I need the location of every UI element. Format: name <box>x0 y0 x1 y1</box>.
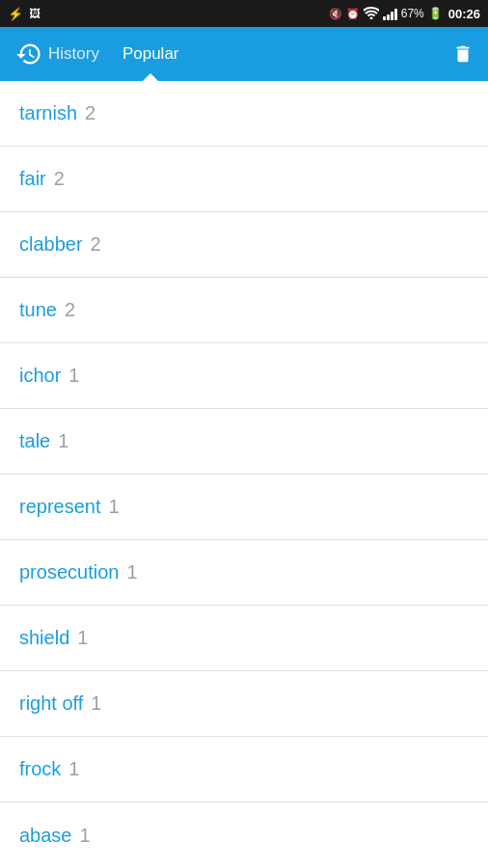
word-count: 1 <box>80 825 91 847</box>
toolbar: History Popular <box>0 27 488 81</box>
word-text: tarnish <box>19 102 77 124</box>
delete-button[interactable] <box>442 33 484 75</box>
word-item[interactable]: tale1 <box>0 409 488 475</box>
word-count: 1 <box>109 496 120 518</box>
word-item[interactable]: frock1 <box>0 737 488 802</box>
trash-icon <box>452 43 474 65</box>
word-list: tarnish2fair2clabber2tune2ichor1tale1rep… <box>0 81 488 868</box>
history-tab[interactable]: History <box>4 27 111 81</box>
word-text: prosecution <box>19 561 119 583</box>
battery-percentage: 67% <box>401 7 424 20</box>
word-item[interactable]: fair2 <box>0 147 488 212</box>
alarm-icon: ⏰ <box>346 8 360 20</box>
history-label: History <box>48 44 99 64</box>
word-item[interactable]: ichor1 <box>0 343 488 409</box>
popular-tab[interactable]: Popular <box>111 27 191 81</box>
word-text: shield <box>19 627 69 649</box>
word-text: tale <box>19 430 50 452</box>
popular-label: Popular <box>122 44 179 64</box>
word-text: clabber <box>19 233 83 256</box>
word-item[interactable]: tarnish2 <box>0 81 488 147</box>
status-bar-right: 🔇 ⏰ 67% 🔋 00:26 <box>329 6 480 22</box>
word-item[interactable]: clabber2 <box>0 212 488 278</box>
word-count: 2 <box>85 102 95 124</box>
word-count: 1 <box>91 692 101 715</box>
word-item[interactable]: represent1 <box>0 475 488 540</box>
word-text: represent <box>19 496 101 518</box>
mute-icon: 🔇 <box>329 8 342 20</box>
word-text: frock <box>19 758 61 780</box>
word-text: tune <box>19 299 57 321</box>
word-count: 1 <box>68 365 79 387</box>
word-text: fair <box>19 168 46 190</box>
word-count: 2 <box>65 299 75 321</box>
image-icon: 🖼 <box>29 7 41 20</box>
status-bar-left: ⚡ 🖼 <box>8 7 41 21</box>
word-count: 1 <box>58 430 68 452</box>
word-count: 1 <box>77 627 88 649</box>
word-text: right off <box>19 692 83 715</box>
word-count: 2 <box>91 233 101 256</box>
wifi-icon <box>364 6 379 22</box>
usb-icon: ⚡ <box>8 7 23 21</box>
word-text: abase <box>19 825 72 847</box>
battery-icon: 🔋 <box>428 7 443 20</box>
time-display: 00:26 <box>448 7 480 21</box>
word-item[interactable]: right off1 <box>0 671 488 737</box>
word-item[interactable]: abase1 <box>0 802 488 868</box>
word-item[interactable]: shield1 <box>0 606 488 671</box>
word-count: 1 <box>68 758 79 780</box>
word-count: 2 <box>54 168 65 190</box>
word-text: ichor <box>19 365 61 387</box>
signal-icon <box>383 7 397 20</box>
word-item[interactable]: tune2 <box>0 278 488 343</box>
word-count: 1 <box>126 561 137 583</box>
status-bar: ⚡ 🖼 🔇 ⏰ 67% 🔋 00:26 <box>0 0 488 27</box>
history-icon <box>15 41 42 68</box>
word-item[interactable]: prosecution1 <box>0 540 488 606</box>
